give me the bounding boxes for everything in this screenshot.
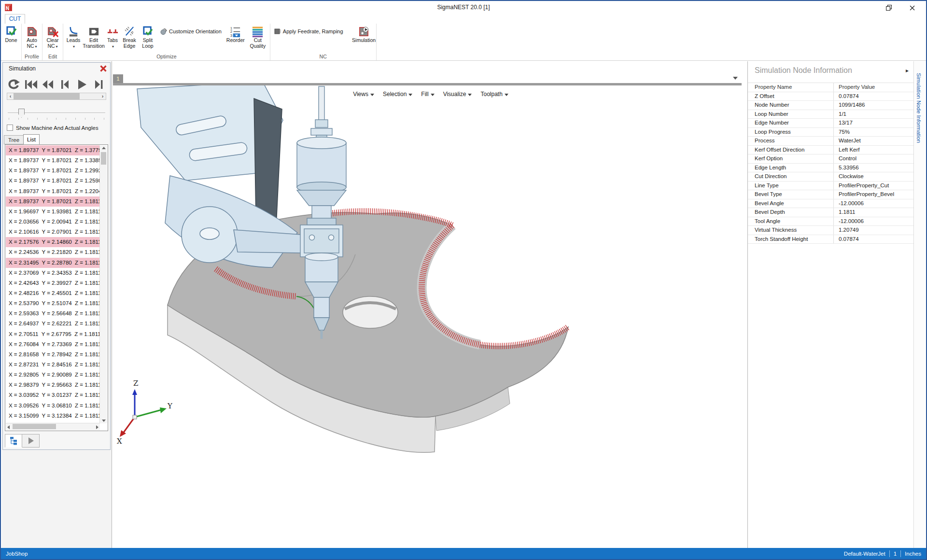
break-edge-button[interactable]: Break Edge <box>120 25 139 49</box>
list-item[interactable]: X = 1.89737 Y = 1.87021 Z = 1.33858 Ma <box>6 155 100 166</box>
list-item[interactable]: X = 1.89737 Y = 1.87021 Z = 1.29921 Ma <box>6 166 100 176</box>
node-info-panel: Simulation Node Information ▸ Property N… <box>748 61 914 548</box>
list-item[interactable]: X = 2.48216 Y = 2.45501 Z = 1.18110 Ma <box>6 288 100 298</box>
scrollbar-thumb[interactable] <box>101 152 106 165</box>
status-jobshop[interactable]: JobShop <box>1 551 28 557</box>
list-item[interactable]: X = 2.24536 Y = 2.21820 Z = 1.18110 Ma <box>6 247 100 257</box>
list-item[interactable]: X = 3.09526 Y = 3.06810 Z = 1.18110 Ma <box>6 401 100 411</box>
list-item[interactable]: X = 2.31495 Y = 2.28780 Z = 1.18110 Ma <box>6 258 100 268</box>
speed-slider[interactable] <box>8 107 105 120</box>
skip-to-end-button[interactable] <box>92 78 106 91</box>
simulation-button[interactable]: Simulation <box>353 25 375 43</box>
menu-selection[interactable]: Selection <box>383 89 412 99</box>
list-item[interactable]: X = 2.37069 Y = 2.34353 Z = 1.18110 Ma <box>6 268 100 278</box>
list-item[interactable]: X = 2.53790 Y = 2.51074 Z = 1.18110 Ma <box>6 298 100 308</box>
list-item[interactable]: X = 2.92805 Y = 2.90089 Z = 1.18110 Ma <box>6 370 100 380</box>
done-icon <box>5 26 17 38</box>
list-item[interactable]: X = 1.89737 Y = 1.87021 Z = 1.37795 Ma <box>6 145 100 155</box>
tab-cut[interactable]: CUT <box>5 14 25 24</box>
play-button[interactable] <box>75 78 89 91</box>
menu-fill[interactable]: Fill <box>421 89 434 99</box>
chevron-down-icon <box>370 94 374 96</box>
simulation-scrollbar[interactable]: ‹ › <box>7 93 106 100</box>
tab-list[interactable]: List <box>23 134 40 144</box>
status-machine[interactable]: Default-WaterJet <box>844 551 885 557</box>
customize-orientation-button[interactable]: Customize Orientation <box>160 27 222 36</box>
property-row: Bevel TypeProfilerProperty_Bevel <box>748 190 913 199</box>
cut-quality-button[interactable]: Cut Quality <box>247 25 269 49</box>
menu-views[interactable]: Views <box>353 89 374 99</box>
list-item[interactable]: X = 2.03656 Y = 2.00941 Z = 1.18110 Ma <box>6 217 100 227</box>
viewport-tab-dropdown-icon[interactable] <box>733 77 738 80</box>
auto-nc-icon <box>26 26 38 38</box>
reorder-button[interactable]: 1 2 3 Reorder <box>225 25 247 43</box>
show-angles-checkbox[interactable] <box>7 125 13 131</box>
scroll-left-arrow[interactable] <box>7 425 10 429</box>
scroll-right-arrow[interactable]: › <box>99 93 106 99</box>
list-item[interactable]: X = 2.81658 Y = 2.78942 Z = 1.18110 Ma <box>6 350 100 360</box>
side-tab-simulation-node-information[interactable]: Simulation Node Information <box>916 73 922 143</box>
list-item[interactable]: X = 1.89737 Y = 1.87021 Z = 1.25984 Ma <box>6 176 100 186</box>
viewport-tab-1[interactable]: 1 <box>113 74 123 83</box>
list-vertical-scrollbar[interactable] <box>99 145 107 423</box>
skip-to-start-button[interactable] <box>24 78 38 91</box>
panel-collapse-arrow-icon[interactable]: ▸ <box>906 67 909 74</box>
cut-quality-icon <box>252 26 264 38</box>
property-row: Node Number1099/1486 <box>748 101 913 110</box>
list-item[interactable]: X = 2.98379 Y = 2.95663 Z = 1.18110 Ma <box>6 380 100 390</box>
property-row: Torch Standoff Height0.07874 <box>748 235 913 244</box>
group-label-blank <box>1 54 21 60</box>
list-item[interactable]: X = 2.42643 Y = 2.39927 Z = 1.18110 Ma <box>6 278 100 288</box>
tab-playback[interactable] <box>22 434 40 448</box>
window-close-button[interactable] <box>905 3 919 13</box>
scroll-down-arrow[interactable] <box>102 420 106 422</box>
scroll-left-arrow[interactable]: ‹ <box>7 93 14 99</box>
step-back-button[interactable] <box>58 78 72 91</box>
list-item[interactable]: X = 1.89737 Y = 1.87021 Z = 1.18110 Ma <box>6 196 100 207</box>
close-icon <box>910 5 915 11</box>
leads-button[interactable]: Leads <box>64 25 83 49</box>
tabs-button[interactable]: Tabs <box>105 25 120 49</box>
side-tab-strip: Simulation Node Information <box>914 61 925 548</box>
playback-controls <box>7 77 106 92</box>
scrollbar-thumb[interactable] <box>13 424 56 429</box>
ribbon-group-profile: Auto NC Profile <box>22 24 42 60</box>
list-item[interactable]: X = 2.87231 Y = 2.84516 Z = 1.18110 Ma <box>6 360 100 370</box>
list-item[interactable]: X = 1.89737 Y = 1.87021 Z = 1.22047 Ma <box>6 186 100 196</box>
3d-scene[interactable]: Z Y X <box>113 85 748 550</box>
simulation-icon <box>358 26 370 38</box>
scrollbar-thumb[interactable] <box>14 93 80 99</box>
status-sheet[interactable]: 1 <box>894 551 897 557</box>
slider-thumb[interactable] <box>18 109 25 118</box>
list-horizontal-scrollbar[interactable] <box>6 423 100 430</box>
list-item[interactable]: X = 2.17576 Y = 2.14860 Z = 1.18110 Ma <box>6 237 100 247</box>
simulation-panel-close-button[interactable] <box>99 65 107 72</box>
list-item[interactable]: X = 3.15099 Y = 3.12384 Z = 1.18110 Ma <box>6 411 100 421</box>
split-loop-button[interactable]: Split Loop <box>139 25 157 49</box>
scroll-right-arrow[interactable] <box>96 425 98 429</box>
list-item[interactable]: X = 2.64937 Y = 2.62221 Z = 1.18110 Ma <box>6 319 100 329</box>
status-units[interactable]: Inches <box>905 551 926 557</box>
list-item[interactable]: X = 3.03952 Y = 3.01237 Z = 1.18110 Ma <box>6 390 100 400</box>
edit-transition-button[interactable]: Edit Transition <box>83 25 105 49</box>
done-button[interactable]: Done <box>2 25 20 43</box>
list-item[interactable]: X = 1.96697 Y = 1.93981 Z = 1.18110 Ma <box>6 207 100 217</box>
tab-tree[interactable]: Tree <box>4 135 23 144</box>
loop-button[interactable] <box>7 78 21 91</box>
scroll-up-arrow[interactable] <box>102 147 106 149</box>
menu-visualize[interactable]: Visualize <box>443 89 472 99</box>
apply-feedrate-button[interactable]: Apply Feedrate, Ramping <box>274 27 343 36</box>
list-item[interactable]: X = 2.59363 Y = 2.56648 Z = 1.18110 Ma <box>6 308 100 319</box>
auto-nc-button[interactable]: Auto NC <box>23 25 41 49</box>
ribbon-group-edit: Clear NC Edit <box>42 24 63 60</box>
rewind-button[interactable] <box>41 78 55 91</box>
clear-nc-button[interactable]: Clear NC <box>43 25 62 49</box>
list-item[interactable]: X = 2.10616 Y = 2.07901 Z = 1.18110 Ma <box>6 227 100 237</box>
list-item[interactable]: X = 2.76084 Y = 2.73369 Z = 1.18110 Ma <box>6 339 100 350</box>
window-restore-button[interactable] <box>882 3 896 13</box>
3d-viewport[interactable]: 1 Views Selection Fill Visualize Toolpat… <box>113 61 748 548</box>
chevron-down-icon <box>505 94 508 96</box>
list-item[interactable]: X = 2.70511 Y = 2.67795 Z = 1.18110 Ma <box>6 329 100 339</box>
menu-toolpath[interactable]: Toolpath <box>480 89 508 99</box>
tab-node-tree[interactable] <box>5 434 22 448</box>
